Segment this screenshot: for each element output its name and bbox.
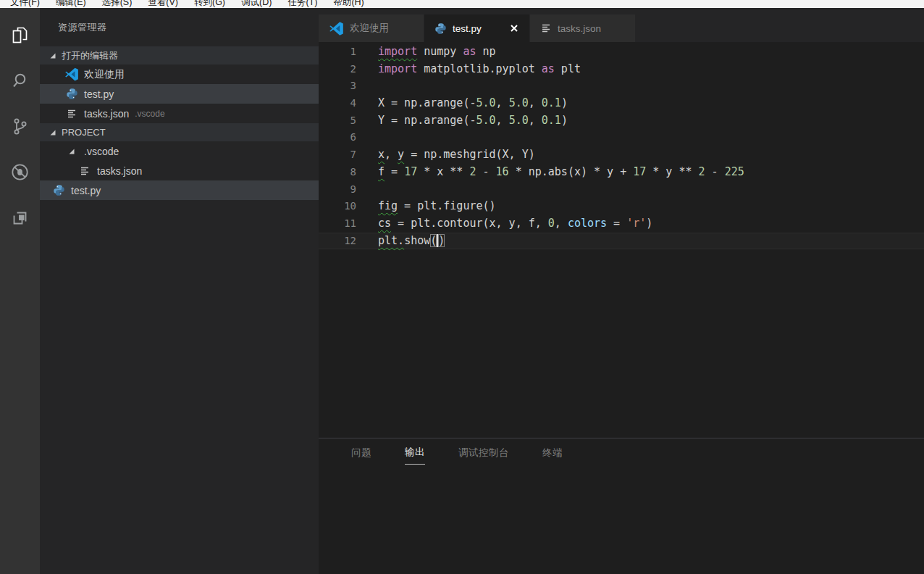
code-line-11[interactable]: 11cs = plt.contour(x, y, f, 0, colors = … <box>319 215 924 233</box>
panel-tab-问题[interactable]: 问题 <box>351 446 371 465</box>
menu-bar: 文件(F)编辑(E)选择(S)查看(V)转到(G)调试(D)任务(T)帮助(H) <box>0 0 924 8</box>
panel-tab-终端[interactable]: 终端 <box>542 446 563 465</box>
item-label: .vscode <box>84 146 119 157</box>
code-line-12[interactable]: 12plt.show() <box>319 233 924 250</box>
line-number: 12 <box>319 233 365 250</box>
sidebar-item-.vscode[interactable]: .vscode <box>40 141 319 161</box>
files-icon[interactable] <box>0 12 40 58</box>
vscode-file-icon <box>329 21 344 36</box>
editor-group: 欢迎使用test.pytasks.json 1import numpy as n… <box>319 8 924 574</box>
debug-icon[interactable] <box>0 149 40 195</box>
code-text: fig = plt.figure() <box>378 198 496 215</box>
line-number: 9 <box>319 181 365 199</box>
explorer-sidebar: 资源管理器 打开的编辑器欢迎使用test.pytasks.json.vscode… <box>40 8 319 574</box>
code-text: X = np.arange(-5.0, 5.0, 0.1) <box>378 95 568 112</box>
python-file-icon <box>434 22 447 35</box>
twisty-expanded-icon <box>64 148 79 155</box>
tab-tasks.json[interactable]: tasks.json <box>530 14 636 42</box>
line-number: 4 <box>319 95 365 112</box>
tab-label: tasks.json <box>558 23 601 34</box>
code-line-7[interactable]: 7x, y = np.meshgrid(X, Y) <box>319 146 924 164</box>
tab-label: 欢迎使用 <box>350 22 389 35</box>
code-line-4[interactable]: 4X = np.arange(-5.0, 5.0, 0.1) <box>319 95 924 112</box>
code-text: Y = np.arange(-5.0, 5.0, 0.1) <box>378 112 568 130</box>
search-icon[interactable] <box>0 58 40 104</box>
panel-tab-bar: 问题输出调试控制台终端 <box>319 438 924 472</box>
line-number: 3 <box>319 78 365 95</box>
bottom-panel: 问题输出调试控制台终端 <box>319 438 924 574</box>
vscode-file-icon <box>64 67 79 82</box>
line-number: 6 <box>319 129 365 146</box>
line-number: 5 <box>319 112 365 130</box>
item-label: tasks.json <box>97 165 142 177</box>
code-line-6[interactable]: 6 <box>319 129 924 146</box>
close-icon[interactable] <box>509 23 519 33</box>
code-line-10[interactable]: 10fig = plt.figure() <box>319 198 924 215</box>
source-control-icon[interactable] <box>0 104 40 149</box>
code-text: cs = plt.contour(x, y, f, 0, colors = 'r… <box>378 215 652 233</box>
tab-欢迎使用[interactable]: 欢迎使用 <box>319 14 424 42</box>
item-label: 欢迎使用 <box>84 68 125 81</box>
menu-item[interactable]: 帮助(H) <box>325 0 371 8</box>
menu-item[interactable]: 查看(V) <box>140 0 186 8</box>
code-editor[interactable]: 1import numpy as np2import matplotlib.py… <box>319 42 924 438</box>
tab-test.py[interactable]: test.py <box>424 14 530 42</box>
menu-item[interactable]: 编辑(E) <box>48 0 94 8</box>
code-line-8[interactable]: 8f = 17 * x ** 2 - 16 * np.abs(x) * y + … <box>319 164 924 181</box>
item-label: test.py <box>71 185 101 196</box>
menu-item[interactable]: 文件(F) <box>2 0 48 8</box>
tab-label: test.py <box>453 23 482 34</box>
code-text: x, y = np.meshgrid(X, Y) <box>378 146 535 164</box>
sidebar-item-tasks.json[interactable]: tasks.json.vscode <box>40 104 319 123</box>
code-text: import numpy as np <box>378 43 496 61</box>
item-label: tasks.json <box>84 108 129 120</box>
menu-item[interactable]: 任务(T) <box>280 0 325 8</box>
panel-tab-输出[interactable]: 输出 <box>405 446 425 465</box>
line-number: 7 <box>319 146 365 164</box>
code-line-2[interactable]: 2import matplotlib.pyplot as plt <box>319 61 924 78</box>
sidebar-item-tasks.json[interactable]: tasks.json <box>40 161 319 180</box>
extensions-icon[interactable] <box>0 195 40 241</box>
section-label: PROJECT <box>62 127 106 138</box>
sidebar-item-test.py[interactable]: test.py <box>40 180 319 200</box>
code-line-5[interactable]: 5Y = np.arange(-5.0, 5.0, 0.1) <box>319 112 924 130</box>
activity-bar <box>0 8 40 574</box>
json-file-icon <box>77 165 92 177</box>
menu-item[interactable]: 选择(S) <box>94 0 140 8</box>
item-label: test.py <box>84 88 114 100</box>
line-number: 10 <box>319 198 365 215</box>
python-file-icon <box>64 88 79 100</box>
code-text: plt.show() <box>378 233 445 250</box>
twisty-expanded-icon <box>49 129 56 136</box>
vscode-window: 文件(F)编辑(E)选择(S)查看(V)转到(G)调试(D)任务(T)帮助(H)… <box>0 0 924 574</box>
code-line-1[interactable]: 1import numpy as np <box>319 43 924 61</box>
menu-item[interactable]: 调试(D) <box>233 0 280 8</box>
code-line-9[interactable]: 9 <box>319 181 924 199</box>
code-text: f = 17 * x ** 2 - 16 * np.abs(x) * y + 1… <box>378 164 744 181</box>
panel-content <box>319 472 924 574</box>
menu-item[interactable]: 转到(G) <box>186 0 233 8</box>
section-label: 打开的编辑器 <box>62 49 118 62</box>
item-detail: .vscode <box>135 109 164 119</box>
python-file-icon <box>51 184 66 196</box>
twisty-expanded-icon <box>49 52 56 59</box>
line-number: 8 <box>319 164 365 181</box>
section-header[interactable]: 打开的编辑器 <box>40 46 319 65</box>
code-line-3[interactable]: 3 <box>319 78 924 95</box>
workbench: 资源管理器 打开的编辑器欢迎使用test.pytasks.json.vscode… <box>0 8 924 574</box>
json-file-icon <box>540 22 552 34</box>
section-header[interactable]: PROJECT <box>40 123 319 141</box>
line-number: 1 <box>319 43 365 61</box>
line-number: 2 <box>319 61 365 78</box>
panel-tab-调试控制台[interactable]: 调试控制台 <box>458 446 509 465</box>
sidebar-title: 资源管理器 <box>40 8 319 46</box>
code-text: import matplotlib.pyplot as plt <box>378 61 581 78</box>
sidebar-item-test.py[interactable]: test.py <box>40 84 319 104</box>
editor-tab-bar: 欢迎使用test.pytasks.json <box>319 8 924 42</box>
json-file-icon <box>64 108 79 120</box>
sidebar-item-欢迎使用[interactable]: 欢迎使用 <box>40 65 319 84</box>
line-number: 11 <box>319 215 365 233</box>
